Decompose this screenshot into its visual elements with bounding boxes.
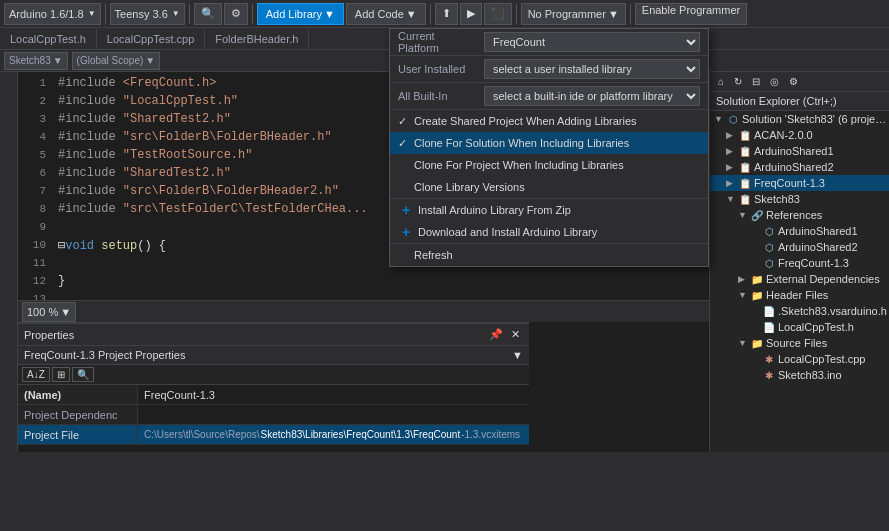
se-solution-root[interactable]: ▼ ⬡ Solution 'Sketch83' (6 projects) [710,111,889,127]
se-vsarduino-icon: 📄 [762,304,776,318]
se-collapse-button[interactable]: ⊟ [748,74,764,89]
se-headerfiles-arrow: ▼ [738,290,750,300]
search-button[interactable]: 🔍 [194,3,222,25]
se-ref-arduinoshared1[interactable]: ⬡ ArduinoShared1 [710,223,889,239]
add-library-chevron-icon: ▼ [324,8,335,20]
se-localcpptest-cpp-icon: ✱ [762,352,776,366]
dropdown-install-zip-icon: + [398,202,414,218]
se-ref-arduinoshared2[interactable]: ⬡ ArduinoShared2 [710,239,889,255]
se-item-freqcount[interactable]: ▶ 📋 FreqCount-1.3 [710,175,889,191]
zoom-indicator[interactable]: 100 % ▼ [22,302,76,322]
code-line-12: 12 } [18,272,709,290]
se-extdeps-arrow: ▶ [738,274,750,284]
dropdown-current-platform-section: Current Platform FreqCount [390,29,708,56]
properties-subject: FreqCount-1.3 Project Properties ▼ [18,346,529,365]
properties-category-button[interactable]: ⊞ [52,367,70,382]
se-localcpptest-h-icon: 📄 [762,320,776,334]
properties-content: (Name) FreqCount-1.3 Project Dependenc P… [18,385,529,452]
dropdown-item-clone-solution[interactable]: ✓ Clone For Solution When Including Libr… [390,132,708,154]
se-refresh-button[interactable]: ↻ [730,74,746,89]
add-code-chevron-icon: ▼ [406,8,417,20]
bottom-bar: 100 % ▼ [18,300,709,322]
solution-explorer-title: Solution Explorer (Ctrl+;) [710,92,889,111]
tab-local-cpp-test-cpp[interactable]: LocalCppTest.cpp [97,28,205,49]
se-item-references[interactable]: ▼ 🔗 References [710,207,889,223]
properties-pin-button[interactable]: 📌 [486,327,506,342]
add-library-dropdown-menu: Current Platform FreqCount User Installe… [389,28,709,267]
separator-1 [105,4,106,24]
run-button[interactable]: ▶ [460,3,482,25]
dropdown-refresh-item[interactable]: Refresh [390,244,708,266]
dropdown-item-clone-versions[interactable]: Clone Library Versions [390,176,708,198]
se-properties-button[interactable]: ⚙ [785,74,802,89]
properties-close-button[interactable]: ✕ [508,327,523,342]
se-sourcefiles-arrow: ▼ [738,338,750,348]
arduino-version-dropdown[interactable]: Arduino 1.6/1.8 ▼ [4,3,101,25]
dropdown-all-builtin-select[interactable]: select a built-in ide or platform librar… [484,86,700,106]
se-file-localcpptest-h[interactable]: 📄 LocalCppTest.h [710,319,889,335]
settings-button[interactable]: ⚙ [224,3,248,25]
dropdown-user-installed-select[interactable]: select a user installed library [484,59,700,79]
add-code-button[interactable]: Add Code ▼ [346,3,426,25]
se-solution-arrow: ▼ [714,114,726,124]
tab-folder-b-header-h[interactable]: FolderBHeader.h [205,28,309,49]
no-programmer-dropdown[interactable]: No Programmer ▼ [521,3,626,25]
se-file-localcpptest-cpp[interactable]: ✱ LocalCppTest.cpp [710,351,889,367]
se-headerfiles-icon: 📁 [750,288,764,302]
dropdown-current-platform-row: Current Platform FreqCount [390,29,708,55]
se-item-header-files[interactable]: ▼ 📁 Header Files [710,287,889,303]
se-arduinoshared1-icon: 📋 [738,144,752,158]
se-ref2-icon: ⬡ [762,240,776,254]
se-item-sketch83[interactable]: ▼ 📋 Sketch83 [710,191,889,207]
zoom-chevron-icon: ▼ [60,306,71,318]
tab-local-cpp-test-h[interactable]: LocalCppTest.h [0,28,97,49]
dropdown-refresh-section: Refresh [390,244,708,266]
se-ref-freqcount[interactable]: ⬡ FreqCount-1.3 [710,255,889,271]
dropdown-current-platform-select[interactable]: FreqCount [484,32,700,52]
prop-row-project-file[interactable]: Project File C:\Users\tl\Source\Repos\Sk… [18,425,529,445]
se-sketch83-ino-icon: ✱ [762,368,776,382]
dropdown-all-builtin-section: All Built-In select a built-in ide or pl… [390,83,708,110]
stop-button[interactable]: ⬛ [484,3,512,25]
properties-expand-icon[interactable]: ▼ [512,349,523,361]
se-references-arrow: ▼ [738,210,750,220]
properties-toolbar: A↓Z ⊞ 🔍 [18,365,529,385]
se-home-button[interactable]: ⌂ [714,74,728,89]
se-item-external-deps[interactable]: ▶ 📁 External Dependencies [710,271,889,287]
se-file-vsarduino[interactable]: 📄 .Sketch83.vsarduino.h [710,303,889,319]
dropdown-item-clone-project[interactable]: Clone For Project When Including Librari… [390,154,708,176]
se-sketch83-arrow: ▼ [726,194,738,204]
dropdown-user-installed-row: User Installed select a user installed l… [390,56,708,82]
scope-dropdown[interactable]: (Global Scope) ▼ [72,52,161,70]
board-dropdown[interactable]: Teensy 3.6 ▼ [110,3,185,25]
solution-explorer-content[interactable]: ▼ ⬡ Solution 'Sketch83' (6 projects) ▶ 📋… [710,111,889,452]
enable-programmer-button[interactable]: Enable Programmer [635,3,747,25]
properties-search-button[interactable]: 🔍 [72,367,94,382]
properties-sort-az-button[interactable]: A↓Z [22,367,50,382]
se-file-sketch83-ino[interactable]: ✱ Sketch83.ino [710,367,889,383]
se-item-acan[interactable]: ▶ 📋 ACAN-2.0.0 [710,127,889,143]
no-programmer-chevron-icon: ▼ [608,8,619,20]
se-freqcount-arrow: ▶ [726,178,738,188]
se-ref3-icon: ⬡ [762,256,776,270]
se-item-arduinoshared1[interactable]: ▶ 📋 ArduinoShared1 [710,143,889,159]
se-item-arduinoshared2[interactable]: ▶ 📋 ArduinoShared2 [710,159,889,175]
solution-explorer: ⌂ ↻ ⊟ ◎ ⚙ Solution Explorer (Ctrl+;) ▼ ⬡… [709,72,889,452]
se-show-all-button[interactable]: ◎ [766,74,783,89]
dropdown-install-from-zip[interactable]: + Install Arduino Library From Zip [390,199,708,221]
solution-explorer-toolbar: ⌂ ↻ ⊟ ◎ ⚙ [710,72,889,92]
se-item-source-files[interactable]: ▼ 📁 Source Files [710,335,889,351]
se-sourcefiles-icon: 📁 [750,336,764,350]
project-dropdown[interactable]: Sketch83 ▼ [4,52,68,70]
se-acan-arrow: ▶ [726,130,738,140]
dropdown-item-create-shared[interactable]: ✓ Create Shared Project When Adding Libr… [390,110,708,132]
upload-button[interactable]: ⬆ [435,3,458,25]
add-library-button[interactable]: Add Library ▼ [257,3,344,25]
dropdown-all-builtin-row: All Built-In select a built-in ide or pl… [390,83,708,109]
se-extdeps-icon: 📁 [750,272,764,286]
separator-5 [516,4,517,24]
top-toolbar: Arduino 1.6/1.8 ▼ Teensy 3.6 ▼ 🔍 ⚙ Add L… [0,0,889,28]
dropdown-user-installed-section: User Installed select a user installed l… [390,56,708,83]
dropdown-download-install[interactable]: + Download and Install Arduino Library [390,221,708,243]
se-ref1-icon: ⬡ [762,224,776,238]
